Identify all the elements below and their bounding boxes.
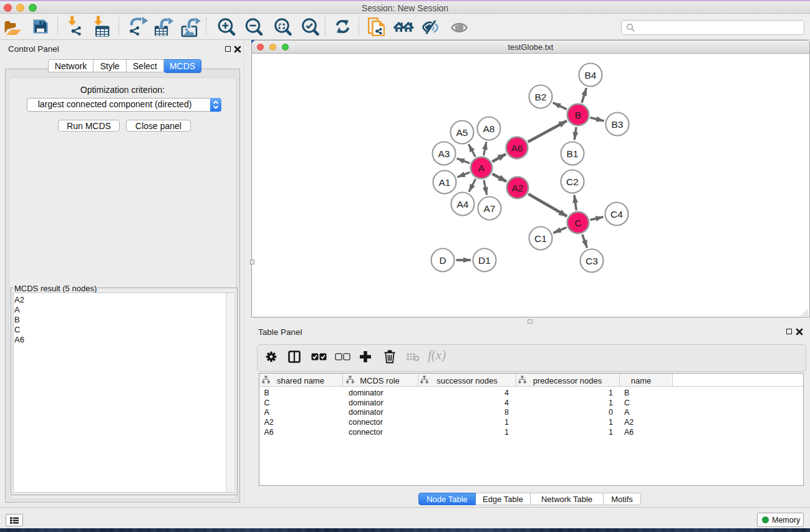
svg-text:C1: C1 [534, 233, 547, 244]
svg-text:A8: A8 [483, 123, 495, 134]
svg-text:C2: C2 [566, 177, 579, 187]
svg-text:A5: A5 [456, 127, 468, 138]
svg-text:A: A [478, 163, 485, 173]
svg-text:A7: A7 [484, 203, 496, 214]
svg-text:A6: A6 [511, 143, 523, 153]
svg-text:A2: A2 [512, 183, 524, 193]
svg-text:B1: B1 [567, 148, 579, 159]
svg-text:D: D [439, 255, 446, 266]
svg-text:B2: B2 [535, 92, 547, 102]
svg-text:A4: A4 [457, 199, 469, 210]
svg-text:C4: C4 [610, 209, 623, 220]
svg-text:B3: B3 [612, 119, 624, 130]
svg-text:C3: C3 [586, 256, 598, 266]
svg-text:A1: A1 [439, 177, 451, 188]
svg-text:B4: B4 [585, 70, 597, 80]
svg-text:A3: A3 [438, 148, 450, 159]
svg-text:B: B [575, 110, 581, 120]
svg-text:D1: D1 [478, 255, 491, 266]
svg-text:C: C [574, 218, 581, 228]
